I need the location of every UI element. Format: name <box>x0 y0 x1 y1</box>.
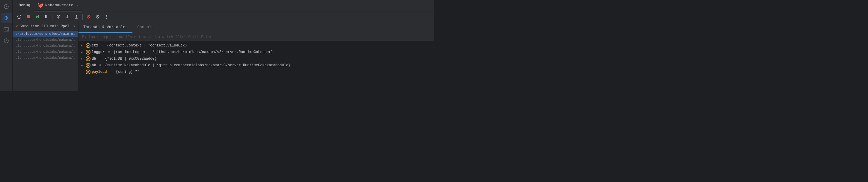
clear-button[interactable] <box>93 12 102 21</box>
variable-row-db[interactable]: ▶ p db = {*sql.DB | 0xc0002aadd0} <box>79 56 434 62</box>
tab-nakama-label: NakamaRemote <box>45 3 73 7</box>
stack-frame-3[interactable]: github.com/heroiclabs/nakama/v3/server/c… <box>12 49 78 55</box>
var-name-db: db <box>92 57 96 61</box>
variables-panel: Threads & Variables Console ▶ p <box>79 22 434 91</box>
sidebar <box>0 0 12 91</box>
variable-row-nk[interactable]: ▶ p nk = {runtime.NakamaModule | *github… <box>79 62 434 69</box>
stop-button[interactable] <box>24 12 32 21</box>
resume-button[interactable] <box>33 12 41 21</box>
step-out-button[interactable] <box>72 12 81 21</box>
svg-point-11 <box>6 42 7 42</box>
var-value-logger: {runtime.Logger | *github.com/heroiclabs… <box>114 50 273 54</box>
goroutine-check-icon: ✓ <box>16 24 18 29</box>
var-name-ctx: ctx <box>92 43 98 48</box>
var-icon-payload: p <box>86 69 91 74</box>
stack-frame-4[interactable]: github.com/heroiclabs/nakama/v3/console/… <box>12 55 78 61</box>
svg-rect-16 <box>46 15 47 18</box>
var-expand-db: ▶ <box>81 57 85 61</box>
var-icon-logger: p <box>86 50 91 55</box>
variables-list: ▶ p ctx = {context.Context | *context.va… <box>79 41 434 91</box>
var-equals-logger: = <box>106 50 112 54</box>
var-equals-ctx: = <box>99 43 106 48</box>
var-icon-nk: p <box>86 63 91 68</box>
var-value-db: {*sql.DB | 0xc0002aadd0} <box>105 57 157 61</box>
var-name-logger: logger <box>92 50 104 54</box>
var-expand-nk: ▶ <box>81 64 85 67</box>
svg-point-3 <box>6 16 7 18</box>
stack-list: example.com/go-project/main.go:18 github… <box>12 31 78 91</box>
svg-rect-15 <box>45 15 46 18</box>
rerun-button[interactable] <box>15 12 23 21</box>
debug-area: ✓ Goroutine 219 main.RpcTest ▼ example.c… <box>12 22 434 91</box>
tab-nakama[interactable]: 🐙 NakamaRemote ✕ <box>34 0 82 11</box>
sidebar-icon-debug[interactable] <box>1 12 12 23</box>
app-container: Debug 🐙 NakamaRemote ✕ <box>0 0 434 91</box>
var-value-ctx: {context.Context | *context.valueCtx} <box>107 43 187 48</box>
variable-row-ctx[interactable]: ▶ p ctx = {context.Context | *context.va… <box>79 42 434 49</box>
step-over-button[interactable] <box>54 12 63 21</box>
toolbar-sep-1 <box>52 14 53 20</box>
tab-console-label: Console <box>137 25 154 29</box>
expression-input[interactable] <box>82 35 431 39</box>
pause-button[interactable] <box>42 12 50 21</box>
more-button[interactable] <box>102 12 111 21</box>
var-name-nk: nk <box>92 63 96 67</box>
thread-panel: ✓ Goroutine 219 main.RpcTest ▼ example.c… <box>12 22 79 91</box>
var-icon-ctx: p <box>86 43 91 48</box>
step-into-button[interactable] <box>63 12 72 21</box>
var-value-nk: {runtime.NakamaModule | *github.com/hero… <box>105 63 290 67</box>
goroutine-chevron-icon: ▼ <box>73 25 75 28</box>
var-equals-payload: = <box>108 70 115 74</box>
toolbar <box>12 11 434 22</box>
goroutine-dropdown[interactable]: ✓ Goroutine 219 main.RpcTest ▼ <box>12 22 78 31</box>
tab-console[interactable]: Console <box>132 22 158 33</box>
tab-nakama-icon: 🐙 <box>37 2 43 8</box>
svg-marker-1 <box>6 6 7 8</box>
variable-row-payload[interactable]: ▶ p payload = {string} "" <box>79 69 434 75</box>
stack-frame-1[interactable]: github.com/heroiclabs/nakama/v3/server/r… <box>12 37 78 43</box>
var-equals-nk: = <box>97 63 104 67</box>
var-expand-ctx: ▶ <box>81 44 85 48</box>
svg-line-25 <box>97 16 99 18</box>
tab-threads-variables-label: Threads & Variables <box>83 25 128 29</box>
var-value-payload: {string} "" <box>116 70 139 74</box>
tab-close-button[interactable]: ✕ <box>76 4 78 7</box>
variable-row-logger[interactable]: ▶ p logger = {runtime.Logger | *github.c… <box>79 49 434 56</box>
svg-point-27 <box>106 16 107 17</box>
var-icon-db: p <box>86 56 91 61</box>
goroutine-label: Goroutine 219 main.RpcTest <box>20 24 72 29</box>
tab-threads-variables[interactable]: Threads & Variables <box>79 22 132 33</box>
var-expand-logger: ▶ <box>81 50 85 54</box>
panel-tabs: Threads & Variables Console <box>79 22 434 33</box>
expression-input-area[interactable] <box>79 33 434 41</box>
stack-frame-0[interactable]: example.com/go-project/main.go:18 <box>12 31 78 37</box>
svg-rect-12 <box>27 15 30 18</box>
var-name-payload: payload <box>92 70 107 74</box>
svg-rect-14 <box>38 15 39 18</box>
svg-marker-13 <box>36 15 38 18</box>
svg-point-26 <box>106 15 107 16</box>
sidebar-icon-run[interactable] <box>1 1 12 12</box>
sidebar-icon-terminal[interactable] <box>1 24 12 35</box>
tab-debug[interactable]: Debug <box>15 0 34 11</box>
stop-debugger-button[interactable] <box>85 12 93 21</box>
svg-point-28 <box>106 18 107 19</box>
stack-frame-2[interactable]: github.com/heroiclabs/nakama/v3/server/a… <box>12 43 78 49</box>
var-equals-db: = <box>97 57 104 61</box>
tab-bar: Debug 🐙 NakamaRemote ✕ <box>12 0 434 11</box>
tab-debug-label: Debug <box>19 3 30 7</box>
main-content: Debug 🐙 NakamaRemote ✕ <box>12 0 434 91</box>
sidebar-icon-problems[interactable] <box>1 35 12 46</box>
svg-line-23 <box>88 16 90 18</box>
